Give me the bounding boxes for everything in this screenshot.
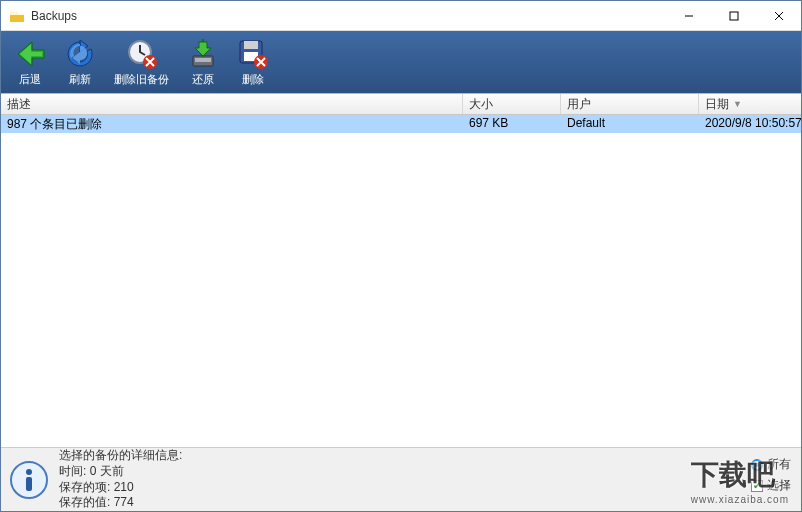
delete-old-label: 删除旧备份 [114,72,169,87]
restore-icon [187,38,219,70]
refresh-button[interactable]: 刷新 [57,35,103,89]
delete-button[interactable]: 删除 [230,35,276,89]
statusbar: 选择的备份的详细信息: 时间: 0 天前 保存的项: 210 保存的值: 774… [1,447,801,511]
restore-button[interactable]: 还原 [180,35,226,89]
maximize-button[interactable] [711,1,756,30]
table-row[interactable]: 987 个条目已删除 697 KB Default 2020/9/8 10:50… [1,115,801,133]
radio-icon [751,459,763,471]
svg-rect-4 [195,58,211,62]
delete-old-button[interactable]: 删除旧备份 [107,35,176,89]
svg-rect-6 [244,41,258,49]
refresh-icon [64,38,96,70]
arrow-left-icon [14,38,46,70]
refresh-label: 刷新 [69,72,91,87]
restore-label: 还原 [192,72,214,87]
close-button[interactable] [756,1,801,30]
svg-rect-11 [26,477,32,491]
window-controls [666,1,801,30]
disk-delete-icon [237,38,269,70]
status-items: 保存的项: 210 [59,480,182,496]
titlebar: Backups [1,1,801,31]
status-values: 保存的值: 774 [59,495,182,511]
option-all[interactable]: 所有 [751,456,791,473]
svg-point-10 [26,469,32,475]
column-headers: 描述 大小 用户 日期▼ [1,93,801,115]
backup-list[interactable]: 987 个条目已删除 697 KB Default 2020/9/8 10:50… [1,115,801,447]
cell-user: Default [561,115,699,133]
filter-options: 所有 ✔ 选择 [751,456,791,498]
delete-label: 删除 [242,72,264,87]
checkbox-icon: ✔ [751,480,763,492]
window: Backups 后退 刷新 [0,0,802,512]
option-selected[interactable]: ✔ 选择 [751,477,791,494]
clock-delete-icon [126,38,158,70]
back-label: 后退 [19,72,41,87]
app-icon [9,8,25,24]
toolbar: 后退 刷新 删除旧备份 还原 删除 [1,31,801,93]
header-user[interactable]: 用户 [561,94,699,114]
cell-size: 697 KB [463,115,561,133]
minimize-button[interactable] [666,1,711,30]
cell-date: 2020/9/8 10:50:57 [699,115,801,133]
header-size[interactable]: 大小 [463,94,561,114]
status-heading: 选择的备份的详细信息: [59,448,182,464]
window-title: Backups [31,9,666,23]
header-date[interactable]: 日期▼ [699,94,801,114]
svg-rect-0 [730,12,738,20]
back-button[interactable]: 后退 [7,35,53,89]
sort-desc-icon: ▼ [733,99,742,109]
info-icon [9,460,49,500]
status-details: 选择的备份的详细信息: 时间: 0 天前 保存的项: 210 保存的值: 774 [59,448,182,510]
cell-description: 987 个条目已删除 [1,115,463,133]
header-description[interactable]: 描述 [1,94,463,114]
status-time: 时间: 0 天前 [59,464,182,480]
